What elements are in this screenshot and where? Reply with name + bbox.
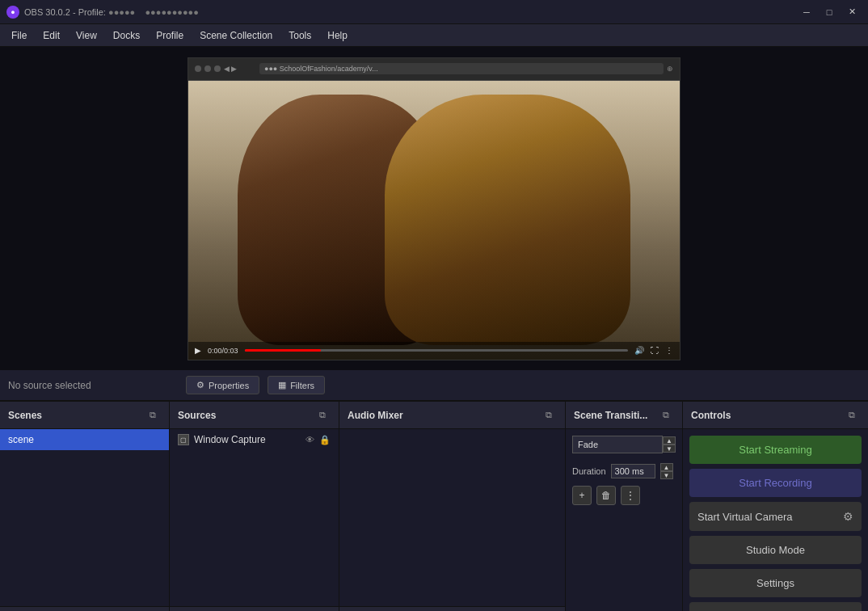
browser-dot: [195, 65, 201, 72]
menu-edit[interactable]: Edit: [35, 27, 68, 44]
menu-docks[interactable]: Docks: [105, 27, 148, 44]
exit-button[interactable]: Exit: [689, 602, 862, 611]
settings-icon: ⚙: [843, 510, 853, 523]
duration-label: Duration: [572, 466, 606, 476]
transition-type-select[interactable]: Fade: [572, 436, 663, 453]
transition-down-spinner[interactable]: ▼: [663, 445, 676, 453]
lock-icon[interactable]: 🔒: [319, 435, 331, 445]
sources-title: Sources: [178, 410, 216, 421]
progress-fill: [245, 349, 322, 352]
preview-area: ◀ ▶ ●●● SchoolOfFashion/academy/v... ⊕ ▶…: [0, 47, 868, 370]
gear-icon: ⚙: [196, 380, 204, 390]
transition-panel-header: Scene Transiti... ⧉: [566, 402, 682, 429]
restore-button[interactable]: □: [820, 4, 839, 20]
scenes-maximize-button[interactable]: ⧉: [145, 407, 161, 423]
video-controls-bar: ▶ 0:00/0:03 🔊 ⛶ ⋮: [188, 342, 680, 360]
audio-toolbar: ⚙ ⋮: [339, 606, 565, 611]
eye-icon[interactable]: 👁: [305, 435, 314, 445]
menu-tools[interactable]: Tools: [280, 27, 319, 44]
app-icon: ●: [6, 6, 19, 19]
audio-panel: Audio Mixer ⧉ ⚙ ⋮: [339, 402, 566, 611]
scene-collection-name: ●●●●●●●●●●: [145, 7, 198, 17]
no-source-label: No source selected: [8, 380, 178, 391]
progress-bar[interactable]: [245, 349, 628, 352]
app-name: OBS 30.0.2: [24, 7, 70, 17]
add-transition-button[interactable]: +: [572, 486, 592, 505]
duration-input[interactable]: [611, 464, 655, 478]
preview-window: ◀ ▶ ●●● SchoolOfFashion/academy/v... ⊕ ▶…: [188, 57, 680, 360]
sources-list: ▢ Window Capture 👁 🔒: [170, 429, 339, 606]
close-button[interactable]: ✕: [842, 4, 862, 20]
minimize-button[interactable]: ─: [797, 4, 816, 20]
separator: -: [73, 7, 76, 17]
transition-actions: + 🗑 ⋮: [566, 482, 682, 508]
filter-icon: ▦: [278, 380, 286, 390]
studio-mode-button[interactable]: Studio Mode: [689, 536, 862, 564]
filters-button[interactable]: ▦ Filters: [268, 376, 325, 394]
audio-content: [339, 429, 565, 606]
settings-button[interactable]: Settings: [689, 569, 862, 597]
start-virtual-camera-button[interactable]: Start Virtual Camera ⚙: [689, 502, 862, 531]
transition-type-row: Fade ▲ ▼: [572, 436, 676, 453]
source-item[interactable]: ▢ Window Capture 👁 🔒: [170, 429, 339, 450]
browser-dot-3: [214, 65, 221, 72]
menubar: File Edit View Docks Profile Scene Colle…: [0, 24, 868, 47]
menu-scene-collection[interactable]: Scene Collection: [192, 27, 280, 44]
source-name: Window Capture: [194, 434, 301, 445]
browser-url: ●●● SchoolOfFashion/academy/v...: [259, 63, 664, 74]
profile-label: Profile:: [78, 7, 106, 17]
start-recording-button[interactable]: Start Recording: [689, 469, 862, 497]
start-streaming-button[interactable]: Start Streaming: [689, 436, 862, 464]
window-controls: ─ □ ✕: [797, 4, 862, 20]
title-text: OBS 30.0.2 - Profile: ●●●●● ●●●●●●●●●●: [24, 7, 797, 17]
menu-file[interactable]: File: [3, 27, 35, 44]
transition-content: Fade ▲ ▼ Duration ▲ ▼ + 🗑 ⋮: [566, 429, 682, 611]
browser-dot-2: [204, 65, 211, 72]
settings-video-icon[interactable]: ⋮: [665, 346, 673, 355]
controls-maximize-button[interactable]: ⧉: [844, 407, 860, 423]
transition-panel: Scene Transiti... ⧉ Fade ▲ ▼ Duration ▲ …: [566, 402, 683, 611]
transition-title: Scene Transiti...: [574, 410, 647, 421]
sources-toolbar: + − ⚙ ▲ ▼: [170, 606, 339, 611]
window-icon: ▢: [178, 434, 189, 445]
menu-view[interactable]: View: [68, 27, 105, 44]
audio-panel-header: Audio Mixer ⧉: [339, 402, 565, 429]
duration-row: Duration ▲ ▼: [566, 460, 682, 482]
scene-item[interactable]: scene: [0, 429, 169, 450]
play-icon[interactable]: ▶: [195, 346, 201, 355]
controls-content: Start Streaming Start Recording Start Vi…: [683, 429, 868, 611]
properties-button[interactable]: ⚙ Properties: [186, 376, 259, 394]
sources-panel: Sources ⧉ ▢ Window Capture 👁 🔒 + − ⚙ ▲ ▼: [170, 402, 339, 611]
scenes-panel: Scenes ⧉ scene + − ⧉ ▲ ▼: [0, 402, 170, 611]
menu-profile[interactable]: Profile: [148, 27, 192, 44]
scenes-title: Scenes: [8, 410, 42, 421]
time-display: 0:00/0:03: [208, 347, 238, 355]
titlebar: ● OBS 30.0.2 - Profile: ●●●●● ●●●●●●●●●●…: [0, 0, 868, 24]
transition-more-button[interactable]: ⋮: [621, 486, 640, 505]
scenes-toolbar: + − ⧉ ▲ ▼: [0, 606, 169, 611]
sources-maximize-button[interactable]: ⧉: [314, 407, 331, 423]
scenes-list: scene: [0, 429, 169, 606]
menu-help[interactable]: Help: [319, 27, 356, 44]
transition-up-spinner[interactable]: ▲: [663, 436, 676, 445]
fullscreen-icon[interactable]: ⛶: [651, 346, 659, 355]
duration-down-spinner[interactable]: ▼: [660, 471, 673, 479]
video-content: ▶ 0:00/0:03 🔊 ⛶ ⋮: [188, 81, 680, 360]
transition-maximize-button[interactable]: ⧉: [658, 407, 674, 423]
duration-spinner: ▲ ▼: [660, 463, 673, 479]
browser-bar: ◀ ▶ ●●● SchoolOfFashion/academy/v... ⊕: [188, 58, 680, 81]
audio-maximize-button[interactable]: ⧉: [541, 407, 557, 423]
profile-name: ●●●●●: [108, 7, 135, 17]
transition-spinner: ▲ ▼: [663, 436, 676, 453]
controls-title: Controls: [691, 410, 731, 421]
controls-panel: Controls ⧉ Start Streaming Start Recordi…: [683, 402, 868, 611]
no-source-bar: No source selected ⚙ Properties ▦ Filter…: [0, 370, 868, 401]
volume-icon[interactable]: 🔊: [634, 346, 644, 355]
panels: Scenes ⧉ scene + − ⧉ ▲ ▼ Sources ⧉ ▢ Win…: [0, 401, 868, 611]
scenes-panel-header: Scenes ⧉: [0, 402, 169, 429]
duration-up-spinner[interactable]: ▲: [660, 463, 673, 471]
audio-title: Audio Mixer: [348, 410, 403, 421]
sources-panel-header: Sources ⧉: [170, 402, 339, 429]
controls-panel-header: Controls ⧉: [683, 402, 868, 429]
remove-transition-button[interactable]: 🗑: [596, 486, 616, 505]
